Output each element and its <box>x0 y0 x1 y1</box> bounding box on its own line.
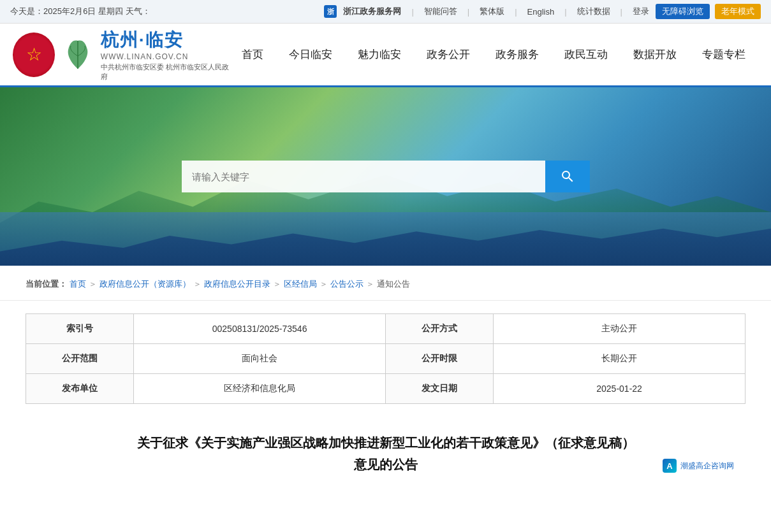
hero-banner <box>0 87 771 266</box>
top-bar-right: 浙 浙江政务服务网 | 智能问答 | 繁体版 | English | 统计数据 … <box>324 4 761 19</box>
breadcrumb-current: 通知公告 <box>377 278 410 290</box>
emblem-icon: ☆ <box>26 46 42 64</box>
value-open-duration: 长期公开 <box>494 344 745 374</box>
traditional-link[interactable]: 繁体版 <box>476 6 508 17</box>
site-header: ☆ 杭州·临安 WWW.LINAN.GOV.CN 中共杭州市临安区委 杭州市临安… <box>0 24 771 87</box>
breadcrumb-label: 当前位置： <box>26 278 67 290</box>
info-section: 索引号 002508131/2025-73546 公开方式 主动公开 公开范围 … <box>0 301 771 417</box>
site-url: WWW.LINAN.GOV.CN <box>101 52 229 61</box>
ginkgo-icon <box>62 36 92 74</box>
nav-interaction[interactable]: 政民互动 <box>552 24 620 85</box>
nav-charm[interactable]: 魅力临安 <box>345 24 414 85</box>
article-title-line1: 关于征求《关于实施产业强区战略加快推进新型工业化的若干政策意见》（征求意见稿） <box>26 432 745 454</box>
breadcrumb-gov-info[interactable]: 政府信息公开（资源库） <box>99 278 191 290</box>
value-open-method: 主动公开 <box>494 314 745 344</box>
top-bar-left: 今天是：2025年2月6日 星期四 天气： <box>10 6 151 17</box>
breadcrumb: 当前位置： 首页 ＞ 政府信息公开（资源库） ＞ 政府信息公开目录 ＞ 区经信局… <box>26 278 745 290</box>
login-link[interactable]: 登录 <box>629 6 653 17</box>
sep: ＞ <box>319 278 328 290</box>
label-index: 索引号 <box>26 314 134 344</box>
label-open-duration: 公开时限 <box>385 344 493 374</box>
nav-gov-service[interactable]: 政务服务 <box>483 24 552 85</box>
nav-special[interactable]: 专题专栏 <box>689 24 758 85</box>
search-input[interactable] <box>182 161 545 192</box>
date-label: 今天是：2025年2月6日 星期四 天气： <box>10 6 151 17</box>
stats-link[interactable]: 统计数据 <box>573 6 614 17</box>
label-open-scope: 公开范围 <box>26 344 134 374</box>
value-publisher: 区经济和信息化局 <box>134 374 386 404</box>
divider: | <box>408 7 417 17</box>
label-publish-date: 发文日期 <box>385 374 493 404</box>
top-bar: 今天是：2025年2月6日 星期四 天气： 浙 浙江政务服务网 | 智能问答 |… <box>0 0 771 24</box>
nav-data-open[interactable]: 数据开放 <box>620 24 689 85</box>
logo-area: ☆ 杭州·临安 WWW.LINAN.GOV.CN 中共杭州市临安区委 杭州市临安… <box>13 28 229 82</box>
site-emblem: ☆ <box>13 32 55 77</box>
table-row: 发布单位 区经济和信息化局 发文日期 2025-01-22 <box>26 374 745 404</box>
logo-text: 杭州·临安 WWW.LINAN.GOV.CN 中共杭州市临安区委 杭州市临安区人… <box>101 28 229 82</box>
english-link[interactable]: English <box>524 7 559 17</box>
site-title: 杭州·临安 <box>101 28 229 52</box>
article-title-line2: 意见的公告 <box>26 454 745 475</box>
sep: ＞ <box>193 278 202 290</box>
watermark-logo: A <box>663 459 677 473</box>
value-publish-date: 2025-01-22 <box>494 374 745 404</box>
search-icon <box>560 169 575 184</box>
nav-today[interactable]: 今日临安 <box>276 24 345 85</box>
divider: | <box>464 7 473 17</box>
label-open-method: 公开方式 <box>385 314 493 344</box>
site-subtitle: 中共杭州市临安区委 杭州市临安区人民政府 <box>101 62 229 82</box>
label-publisher: 发布单位 <box>26 374 134 404</box>
value-open-scope: 面向社会 <box>134 344 386 374</box>
elder-mode-button[interactable]: 老年模式 <box>715 4 761 19</box>
divider: | <box>511 7 520 17</box>
breadcrumb-bureau[interactable]: 区经信局 <box>284 278 317 290</box>
sep: ＞ <box>273 278 281 290</box>
sep: ＞ <box>366 278 374 290</box>
article-section: 关于征求《关于实施产业强区战略加快推进新型工业化的若干政策意见》（征求意见稿） … <box>0 417 771 482</box>
breadcrumb-announcement[interactable]: 公告公示 <box>330 278 363 290</box>
divider: | <box>561 7 570 17</box>
sep: ＞ <box>89 278 97 290</box>
article-title: 关于征求《关于实施产业强区战略加快推进新型工业化的若干政策意见》（征求意见稿） … <box>26 432 745 475</box>
nav-home[interactable]: 首页 <box>229 24 276 85</box>
search-button[interactable] <box>545 161 590 192</box>
divider: | <box>617 7 626 17</box>
ai-qa-link[interactable]: 智能问答 <box>420 6 461 17</box>
info-table: 索引号 002508131/2025-73546 公开方式 主动公开 公开范围 … <box>26 313 745 404</box>
zj-icon: 浙 <box>324 5 337 18</box>
table-row: 索引号 002508131/2025-73546 公开方式 主动公开 <box>26 314 745 344</box>
value-index: 002508131/2025-73546 <box>134 314 386 344</box>
nav-gov-open[interactable]: 政务公开 <box>414 24 483 85</box>
breadcrumb-home[interactable]: 首页 <box>70 278 86 290</box>
breadcrumb-gov-catalog[interactable]: 政府信息公开目录 <box>204 278 270 290</box>
search-overlay <box>182 161 590 192</box>
accessible-button[interactable]: 无障碍浏览 <box>656 4 710 19</box>
main-nav: 首页 今日临安 魅力临安 政务公开 政务服务 政民互动 数据开放 专题专栏 <box>229 24 758 85</box>
zj-gov-link[interactable]: 浙 浙江政务服务网 <box>324 5 405 18</box>
watermark: A 潮盛高企咨询网 <box>657 456 739 475</box>
hero-water <box>0 212 771 266</box>
watermark-text: 潮盛高企咨询网 <box>680 461 734 471</box>
table-row: 公开范围 面向社会 公开时限 长期公开 <box>26 344 745 374</box>
breadcrumb-bar: 当前位置： 首页 ＞ 政府信息公开（资源库） ＞ 政府信息公开目录 ＞ 区经信局… <box>0 266 771 301</box>
